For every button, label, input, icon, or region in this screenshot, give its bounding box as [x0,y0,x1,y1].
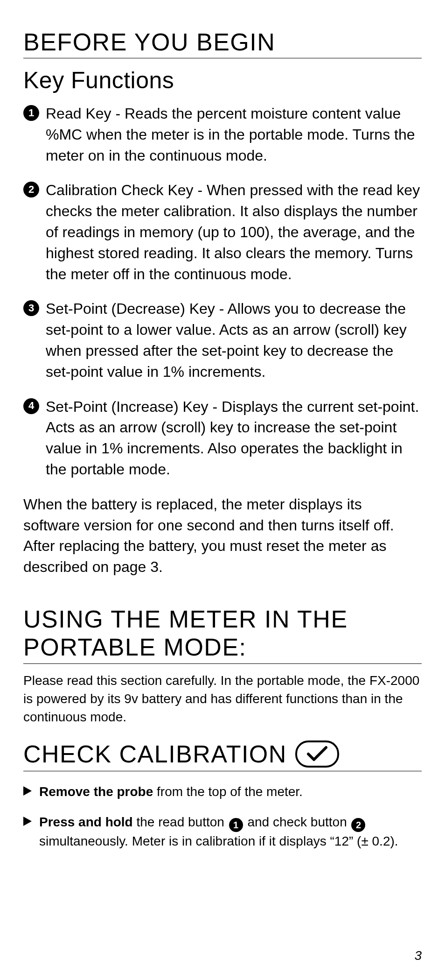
step-mid: and check button [244,815,351,829]
section-title-before-you-begin: BEFORE YOU BEGIN [23,28,422,58]
number-badge-icon: 2 [23,182,39,197]
number-badge-icon: 3 [23,300,39,316]
section-title-using-portable: USING THE METER IN THE PORTABLE MODE: [23,606,422,664]
portable-intro: Please read this section carefully. In t… [23,671,422,726]
step-rest: simultaneously. Meter is in calibration … [39,834,398,848]
step-lead: Press and hold [39,815,133,829]
step-mid: the read button [133,815,228,829]
number-badge-icon: 1 [229,818,243,832]
section-title-check-calibration: CHECK CALIBRATION [23,740,287,768]
page-number: 3 [414,948,422,963]
calibration-steps: Remove the probe from the top of the met… [23,783,422,851]
step-rest: from the top of the meter. [153,784,303,799]
step-lead: Remove the probe [39,784,153,799]
list-item: 4 Set-Point (Increase) Key - Displays th… [23,396,422,480]
list-item-text: Read Key - Reads the percent moisture co… [46,105,415,164]
list-item: Press and hold the read button 1 and che… [23,813,422,851]
subtitle-key-functions: Key Functions [23,67,422,94]
key-functions-list: 1 Read Key - Reads the percent moisture … [23,103,422,480]
battery-note: When the battery is replaced, the meter … [23,494,422,578]
number-badge-icon: 2 [351,818,365,832]
list-item-text: Set-Point (Decrease) Key - Allows you to… [46,300,407,380]
list-item-text: Set-Point (Increase) Key - Displays the … [46,398,419,478]
list-item: 2 Calibration Check Key - When pressed w… [23,180,422,284]
number-badge-icon: 4 [23,398,39,414]
number-badge-icon: 1 [23,105,39,121]
list-item-text: Calibration Check Key - When pressed wit… [46,182,420,282]
list-item: 1 Read Key - Reads the percent moisture … [23,103,422,166]
check-calibration-heading: CHECK CALIBRATION [23,740,422,771]
list-item: 3 Set-Point (Decrease) Key - Allows you … [23,298,422,382]
list-item: Remove the probe from the top of the met… [23,783,422,802]
checkmark-oval-icon [295,740,339,768]
